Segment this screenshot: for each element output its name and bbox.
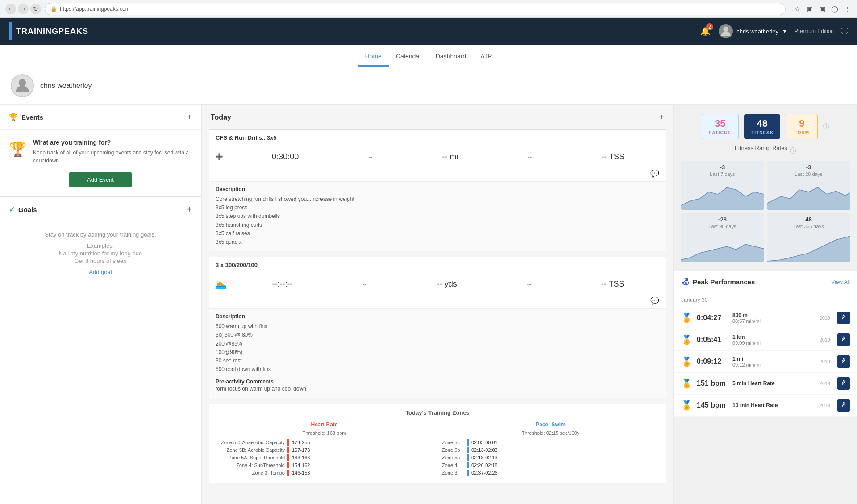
- avatar-large-icon: [13, 77, 31, 95]
- add-goal-link[interactable]: Add goal: [89, 269, 112, 275]
- comment-icon-2[interactable]: 💬: [650, 296, 659, 305]
- svg-marker-4: [681, 244, 764, 262]
- peak-distance-0: 800 m: [732, 312, 815, 318]
- what-training-desc: Keep track of all of your upcoming event…: [33, 149, 192, 165]
- ramp-title: Fitness Ramp Rates: [735, 145, 787, 151]
- header-right: 🔔 2 chris weatherley ▼ Premium Edition ⛶: [699, 24, 857, 38]
- add-event-button[interactable]: Add Event: [69, 172, 132, 187]
- today-header: Today +: [202, 105, 673, 129]
- hr-zone-5a: Zone 5A: SuperThreshold 163-166: [216, 454, 433, 461]
- menu-icon[interactable]: ⋮: [843, 4, 852, 13]
- workout2-duration: --:--:--: [272, 279, 293, 289]
- peak-row-3: 🏅 151 bpm 5 min Heart Rate 2019: [674, 373, 857, 395]
- user-profile-bar: chris weatherley: [0, 67, 857, 105]
- hr-zone-5c-bar: [287, 439, 289, 446]
- ramp-value-3: 48: [767, 213, 850, 224]
- what-training-text: What are you training for? Keep track of…: [33, 139, 192, 165]
- ramp-card-2: -28 Last 90 days: [681, 213, 764, 262]
- svg-point-1: [19, 79, 26, 87]
- peak-details-0: 800 m 08:57 min/mi: [732, 312, 815, 324]
- add-goal-plus[interactable]: +: [187, 204, 192, 215]
- premium-label: Premium Edition: [795, 28, 834, 34]
- refresh-button[interactable]: ↻: [30, 4, 41, 14]
- star-icon[interactable]: ☆: [793, 4, 802, 13]
- expand-icon[interactable]: ⛶: [841, 27, 848, 35]
- user-area[interactable]: chris weatherley ▼: [719, 24, 787, 38]
- svg-point-10: [843, 402, 845, 404]
- ramp-chart-svg-2: [681, 231, 764, 262]
- add-event-plus[interactable]: +: [187, 112, 192, 122]
- metrics-help-icon[interactable]: ⓘ: [823, 123, 829, 131]
- header-username: chris weatherley: [736, 28, 778, 35]
- nav-calendar[interactable]: Calendar: [389, 53, 428, 67]
- peak-details-4: 10 min Heart Rate: [732, 402, 815, 408]
- add-today-plus[interactable]: +: [659, 112, 664, 122]
- url-bar[interactable]: 🔒 https://app.trainingpeaks.com: [45, 3, 786, 15]
- medal-icon-1: 🏅: [681, 334, 692, 345]
- ramp-chart-svg-3: [767, 231, 850, 262]
- lock-icon: 🔒: [50, 6, 57, 12]
- forward-button[interactable]: →: [18, 4, 29, 14]
- user-profile-icon[interactable]: ◯: [830, 4, 839, 13]
- form-label: FORM: [793, 130, 810, 135]
- nav-dashboard[interactable]: Dashboard: [428, 53, 474, 67]
- workout2-desc-title: Description: [216, 313, 659, 320]
- back-button[interactable]: ←: [5, 4, 16, 14]
- dropdown-arrow-icon: ▼: [782, 28, 787, 34]
- ramp-help-icon[interactable]: ⓘ: [790, 147, 796, 155]
- run-icon-0: [840, 314, 848, 322]
- peak-title-text: Peak Performances: [693, 278, 755, 286]
- view-all-link[interactable]: View All: [831, 279, 850, 285]
- comment-icon-1[interactable]: 💬: [650, 169, 659, 178]
- workout2-name: 3 x 300/200/100: [209, 257, 666, 273]
- pre-activity-text: form focus on warm up and cool down: [216, 385, 659, 393]
- medal-icon-2: 🏅: [681, 356, 692, 367]
- peak-row-4: 🏅 145 bpm 10 min Heart Rate 2019: [674, 395, 857, 417]
- svg-point-7: [843, 337, 845, 338]
- peak-pace-0: 08:57 min/mi: [732, 318, 815, 324]
- avatar-icon: [720, 25, 732, 37]
- extension-icon1[interactable]: ▣: [805, 4, 814, 13]
- notification-badge[interactable]: 🔔 2: [699, 25, 711, 37]
- workout1-tss: -- TSS: [601, 152, 624, 162]
- form-metric: 9 FORM: [786, 114, 818, 139]
- today-title: Today: [211, 113, 231, 121]
- workout1-description: Description Core stretching run drills I…: [209, 181, 666, 251]
- extension-icon2[interactable]: ▣: [818, 4, 827, 13]
- nav-atp[interactable]: ATP: [473, 53, 499, 67]
- example1: Nail my nutrition for my long ride: [9, 250, 192, 257]
- browser-nav[interactable]: ← → ↻: [5, 4, 41, 14]
- check-icon: ✓: [9, 205, 15, 214]
- hr-zone-5a-bar: [287, 454, 289, 461]
- user-avatar-small: [719, 24, 733, 38]
- swim-zone-4-bar: [467, 462, 469, 468]
- medal-icon-0: 🏅: [681, 312, 692, 323]
- logo-text: TRAININGPEAKS: [16, 27, 88, 36]
- goals-content: Stay on track by adding your training go…: [0, 222, 201, 284]
- zones-hr-col: Heart Rate Threshold: 163 bpm Zone 5C: A…: [216, 421, 433, 477]
- peak-sport-0: [837, 312, 850, 324]
- peak-year-2: 2019: [820, 359, 830, 364]
- user-avatar-large: [11, 74, 34, 97]
- nav-home[interactable]: Home: [358, 53, 389, 67]
- peak-details-3: 5 min Heart Rate: [732, 380, 815, 387]
- workout2-description: Description 600 warm up with fins 3x( 30…: [209, 308, 666, 398]
- svg-point-9: [843, 380, 845, 382]
- peak-time-0: 0:04:27: [697, 314, 728, 322]
- peak-year-4: 2019: [820, 403, 830, 408]
- examples-label: Examples:: [9, 242, 192, 249]
- peak-row-0: 🏅 0:04:27 800 m 08:57 min/mi 2019: [674, 307, 857, 329]
- metrics-bar: 35 FATIGUE 48 FITNESS 9 FORM ⓘ: [674, 105, 857, 145]
- ramp-section: Fitness Ramp Rates ⓘ -3 Last 7 days: [674, 145, 857, 267]
- hr-zone-4: Zone 4: SubThreshold 154-162: [216, 462, 433, 468]
- peak-row-1: 🏅 0:05:41 1 km 09:09 min/mi 2019: [674, 329, 857, 351]
- ramp-chart-area-2: [681, 231, 764, 262]
- workout2-stats: 🏊 --:--:-- -- -- yds -- -- TSS: [209, 273, 666, 295]
- peak-distance-2: 1 mi: [732, 356, 815, 362]
- logo-blue-bar: [9, 22, 12, 40]
- peak-year-0: 2019: [820, 315, 830, 321]
- workout-card-2: 3 x 300/200/100 🏊 --:--:-- -- -- yds -- …: [209, 257, 666, 398]
- trophy-icon: 🏆: [9, 113, 18, 121]
- medal-icon-3: 🏅: [681, 378, 692, 389]
- swim-zone-5c: Zone 5c 02:03-00:01: [442, 439, 659, 446]
